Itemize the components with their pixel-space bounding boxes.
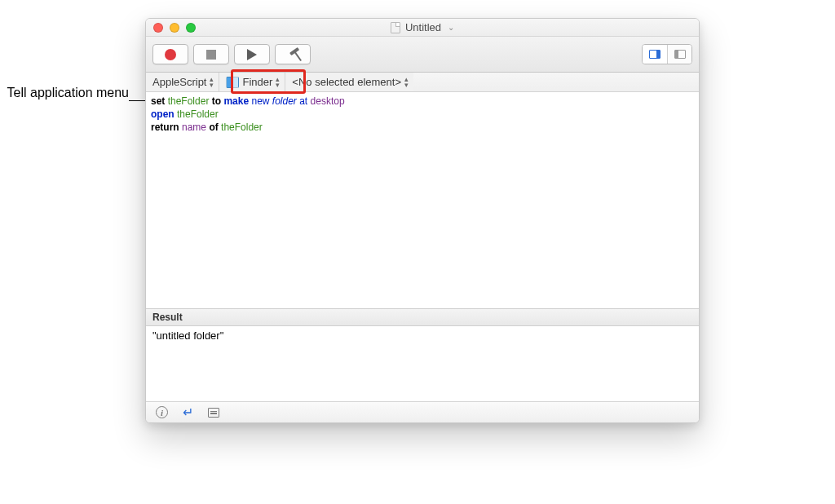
- updown-icon: [276, 77, 278, 88]
- minimize-button[interactable]: [170, 23, 179, 33]
- window-controls: [146, 23, 196, 33]
- show-left-panel-button[interactable]: [667, 45, 691, 64]
- panel-left-icon: [674, 50, 686, 59]
- view-segmented-control: [642, 44, 692, 64]
- result-header: Result: [146, 308, 699, 326]
- play-icon: [247, 49, 257, 60]
- updown-icon: [404, 77, 407, 88]
- toolbar: [146, 37, 699, 73]
- result-pane[interactable]: "untitled folder": [146, 326, 699, 401]
- run-button[interactable]: [234, 44, 270, 64]
- toolbar-group-run: [152, 44, 311, 64]
- record-button[interactable]: [152, 44, 188, 64]
- target-label: Finder: [242, 76, 272, 88]
- log-button[interactable]: [208, 408, 219, 418]
- panel-right-icon: [649, 50, 660, 59]
- result-value: "untitled folder": [152, 329, 223, 342]
- tell-application-menu[interactable]: Finder: [219, 73, 285, 91]
- document-icon: [391, 22, 400, 33]
- code-line: open theFolder: [151, 108, 694, 121]
- language-menu[interactable]: AppleScript: [146, 73, 219, 91]
- code-line: return name of theFolder: [151, 121, 694, 134]
- status-bar: i ↵: [146, 401, 699, 422]
- compile-button[interactable]: [275, 44, 311, 64]
- code-line: set theFolder to make new folder at desk…: [151, 95, 694, 108]
- stop-button[interactable]: [193, 44, 229, 64]
- annotation-label: Tell application menu: [0, 85, 129, 102]
- updown-icon: [210, 77, 212, 88]
- window-title-text: Untitled: [405, 21, 441, 33]
- close-button[interactable]: [153, 23, 163, 33]
- description-button[interactable]: i: [156, 406, 168, 418]
- finder-icon: [226, 77, 239, 88]
- language-label: AppleScript: [152, 76, 206, 88]
- zoom-button[interactable]: [186, 23, 196, 33]
- titlebar: Untitled ⌄: [146, 19, 699, 37]
- element-menu[interactable]: <No selected element>: [285, 73, 413, 91]
- script-editor-textarea[interactable]: set theFolder to make new folder at desk…: [146, 92, 699, 308]
- record-icon: [165, 49, 176, 60]
- window-title: Untitled ⌄: [146, 21, 699, 33]
- result-button[interactable]: ↵: [183, 405, 193, 420]
- chevron-down-icon: ⌄: [448, 23, 454, 32]
- element-label: <No selected element>: [292, 76, 401, 88]
- show-right-panel-button[interactable]: [643, 45, 667, 64]
- navigation-bar: AppleScript Finder <No selected element>: [146, 73, 699, 92]
- script-editor-window: Untitled ⌄ AppleScript Finder: [145, 18, 700, 423]
- stop-icon: [206, 50, 216, 60]
